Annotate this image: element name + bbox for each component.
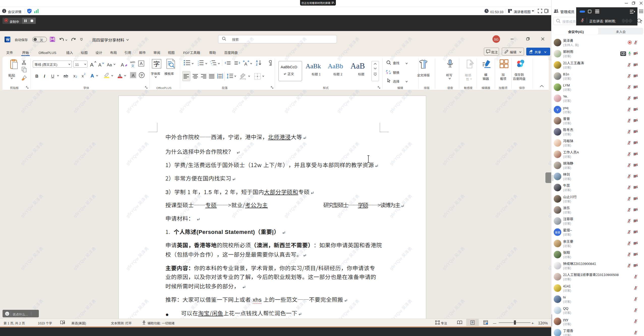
svg-text:W: W xyxy=(6,37,10,42)
svg-text:1: 1 xyxy=(210,60,211,62)
svg-text:字: 字 xyxy=(153,59,160,68)
svg-text:2: 2 xyxy=(198,62,199,64)
svg-text:A: A xyxy=(244,62,247,66)
svg-text:字: 字 xyxy=(140,73,143,77)
svg-text:c: c xyxy=(389,70,390,73)
svg-text:A: A xyxy=(140,61,143,66)
svg-text:i: i xyxy=(212,64,212,66)
svg-text:3: 3 xyxy=(198,64,199,66)
svg-text:A: A xyxy=(256,60,258,63)
svg-text:Z: Z xyxy=(256,63,257,66)
svg-text:b: b xyxy=(387,71,388,74)
svg-text:1: 1 xyxy=(198,60,199,62)
svg-text:a: a xyxy=(211,63,212,64)
